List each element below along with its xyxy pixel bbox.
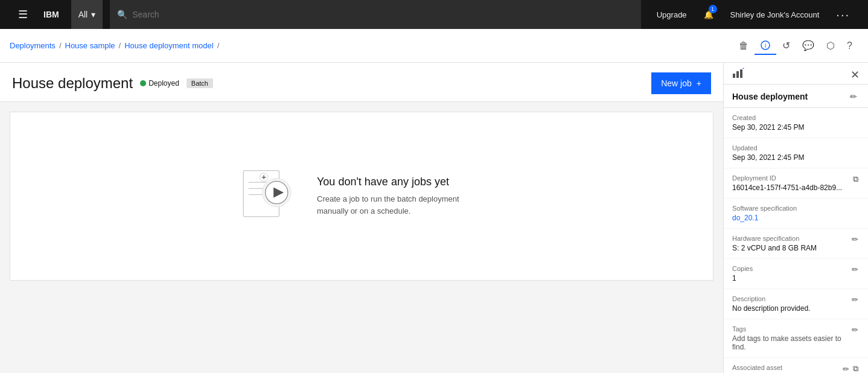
edit-description-button[interactable]: ✏: [850, 295, 860, 304]
empty-illustration: You don't have any jobs yet Create a job…: [237, 163, 486, 229]
search-area[interactable]: 🔍: [110, 0, 640, 29]
panel-top-bar: 1 ✕: [724, 63, 868, 84]
page-header: House deployment Deployed Batch New job …: [0, 63, 723, 102]
empty-title: You don't have any jobs yet: [317, 176, 486, 188]
comment-button[interactable]: 💬: [796, 36, 820, 55]
right-actions: Upgrade 🔔 1 Shirley de Jonk's Account ··…: [648, 0, 858, 29]
status-label: Deployed: [148, 79, 179, 88]
svg-rect-12: [733, 74, 735, 78]
copy-deployment-id-button[interactable]: ⧉: [852, 174, 860, 184]
search-input[interactable]: [132, 10, 633, 19]
edit-tags-button[interactable]: ✏: [850, 325, 860, 334]
deployment-id-info: Deployment ID 16014ce1-157f-4751-a4db-82…: [732, 174, 852, 192]
description-label: Description: [732, 295, 850, 302]
updated-row: Updated Sep 30, 2021 2:45 PM: [724, 138, 868, 168]
hardware-spec-label: Hardware specification: [732, 235, 850, 242]
info-tab-button[interactable]: i: [755, 36, 776, 55]
deployment-id-row: Deployment ID 16014ce1-157f-4751-a4db-82…: [724, 168, 868, 199]
edit-copies-button[interactable]: ✏: [850, 265, 860, 274]
help-button[interactable]: ?: [841, 36, 858, 55]
breadcrumb-actions: 🗑 i ↺ 💬 ⬡ ?: [733, 36, 858, 55]
created-info: Created Sep 30, 2021 2:45 PM: [732, 114, 860, 132]
breadcrumb-house-sample[interactable]: House sample: [65, 41, 115, 50]
main-layout: House deployment Deployed Batch New job …: [0, 63, 868, 373]
batch-tag: Batch: [187, 78, 213, 88]
breadcrumb-house-deployment-model[interactable]: House deployment model: [124, 41, 213, 50]
export-button[interactable]: ⬡: [820, 36, 841, 55]
notification-badge: 1: [709, 5, 717, 13]
tags-row: Tags Add tags to make assets easier to f…: [724, 319, 868, 358]
created-row: Created Sep 30, 2021 2:45 PM: [724, 108, 868, 138]
description-row: Description No description provided. ✏: [724, 289, 868, 319]
associated-asset-row: Associated asset House deployment model …: [724, 358, 868, 373]
svg-text:i: i: [765, 42, 766, 49]
updated-value: Sep 30, 2021 2:45 PM: [732, 153, 860, 162]
empty-text: You don't have any jobs yet Create a job…: [317, 176, 486, 217]
menu-button[interactable]: ☰: [10, 0, 36, 29]
copies-actions: ✏: [850, 265, 860, 274]
page-title: House deployment: [12, 75, 133, 92]
all-dropdown[interactable]: All ▾: [71, 0, 103, 29]
svg-rect-14: [740, 69, 742, 78]
breadcrumb-sep-2: /: [119, 41, 121, 50]
more-options-button[interactable]: ···: [828, 0, 858, 29]
deployment-id-actions: ⧉: [852, 174, 860, 184]
software-spec-info: Software specification do_20.1: [732, 205, 860, 222]
software-spec-label: Software specification: [732, 205, 860, 212]
edit-asset-button[interactable]: ✏: [841, 364, 850, 373]
right-panel: 1 ✕ House deployment ✏ Created Sep 30, 2…: [723, 63, 868, 373]
status-badge: Deployed: [140, 79, 179, 88]
tags-info: Tags Add tags to make assets easier to f…: [732, 325, 850, 351]
deployment-id-label: Deployment ID: [732, 174, 852, 182]
panel-edit-button[interactable]: ✏: [847, 91, 860, 103]
software-spec-value: do_20.1: [732, 214, 860, 222]
plus-icon: +: [697, 78, 701, 88]
tags-label: Tags: [732, 325, 850, 333]
panel-header: House deployment ✏: [724, 84, 868, 108]
deployment-id-value: 16014ce1-157f-4751-a4db-82b9...: [732, 183, 852, 192]
notification-button[interactable]: 🔔 1: [695, 0, 722, 29]
software-spec-link[interactable]: do_20.1: [732, 214, 758, 222]
description-actions: ✏: [850, 295, 860, 304]
software-spec-row: Software specification do_20.1: [724, 199, 868, 229]
new-job-label: New job: [661, 78, 692, 88]
copies-value: 1: [732, 274, 850, 282]
copies-info: Copies 1: [732, 265, 850, 282]
delete-button[interactable]: 🗑: [733, 36, 755, 55]
description-info: Description No description provided.: [732, 295, 850, 313]
user-account-button[interactable]: Shirley de Jonk's Account: [722, 0, 828, 29]
upgrade-button[interactable]: Upgrade: [648, 0, 695, 29]
panel-chart-icon: 1: [732, 68, 744, 81]
content-area: House deployment Deployed Batch New job …: [0, 63, 723, 373]
page-title-row: House deployment Deployed Batch: [12, 75, 213, 92]
copies-row: Copies 1 ✏: [724, 259, 868, 289]
associated-asset-info: Associated asset House deployment model …: [732, 364, 841, 373]
empty-description: Create a job to run the batch deployment…: [317, 193, 486, 217]
brand-logo: IBM: [43, 10, 59, 19]
breadcrumb-deployments[interactable]: Deployments: [10, 41, 56, 50]
copies-label: Copies: [732, 265, 850, 272]
new-job-button[interactable]: New job +: [651, 72, 711, 94]
hardware-spec-value: S: 2 vCPU and 8 GB RAM: [732, 244, 850, 252]
history-button[interactable]: ↺: [776, 36, 796, 55]
svg-text:1: 1: [742, 68, 744, 70]
created-label: Created: [732, 114, 860, 121]
tags-value: Add tags to make assets easier to find.: [732, 334, 850, 351]
associated-asset-actions: ✏ ⧉: [841, 364, 860, 373]
close-panel-button[interactable]: ✕: [850, 68, 860, 81]
edit-hardware-spec-button[interactable]: ✏: [850, 235, 860, 244]
copy-asset-id-button[interactable]: ⧉: [852, 364, 860, 373]
top-navigation: ☰ IBM All ▾ 🔍 Upgrade 🔔 1 Shirley de Jon…: [0, 0, 868, 29]
description-value: No description provided.: [732, 304, 850, 313]
updated-label: Updated: [732, 144, 860, 151]
hardware-spec-info: Hardware specification S: 2 vCPU and 8 G…: [732, 235, 850, 252]
hardware-spec-row: Hardware specification S: 2 vCPU and 8 G…: [724, 229, 868, 259]
panel-title: House deployment: [732, 92, 808, 101]
empty-state-area: You don't have any jobs yet Create a job…: [10, 112, 713, 281]
breadcrumb-sep-1: /: [59, 41, 62, 50]
svg-rect-13: [736, 71, 739, 78]
tags-actions: ✏: [850, 325, 860, 334]
updated-info: Updated Sep 30, 2021 2:45 PM: [732, 144, 860, 162]
breadcrumb-sep-3: /: [217, 41, 220, 50]
created-value: Sep 30, 2021 2:45 PM: [732, 123, 860, 132]
